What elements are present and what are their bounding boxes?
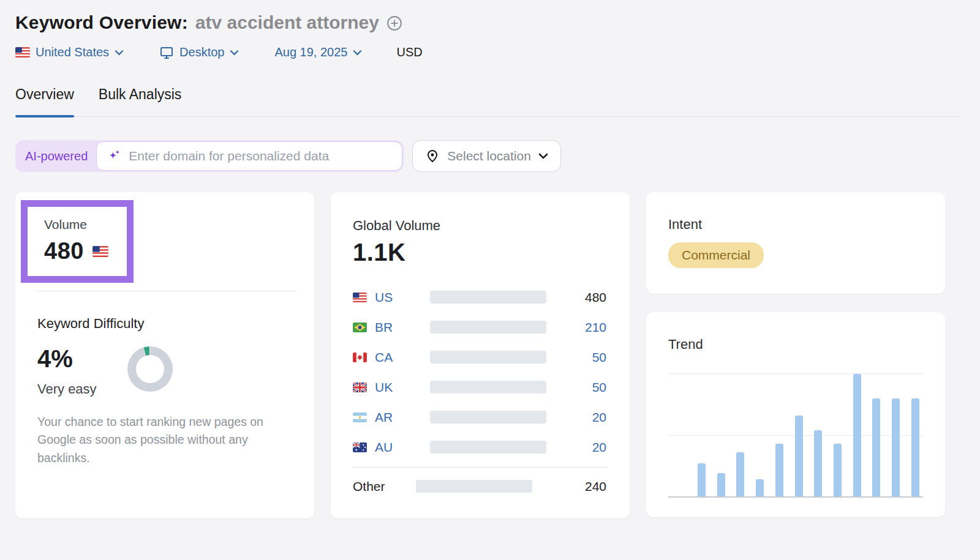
ar-flag-icon [353,413,367,422]
trend-bar [834,444,842,496]
domain-input[interactable] [129,149,392,163]
date-selector[interactable]: Aug 19, 2025 [274,45,362,59]
country-volume-row: US480 [353,282,608,312]
intent-card: Intent Commercial [646,192,945,294]
tab-overview[interactable]: Overview [15,86,74,116]
country-volume-value[interactable]: 50 [546,350,608,365]
country-volume-bar [430,381,546,394]
country-volume-bar [430,291,546,304]
country-volume-value[interactable]: 20 [546,440,608,455]
trend-chart [668,373,923,498]
date-selector-label: Aug 19, 2025 [274,45,347,59]
country-volume-bar [430,411,546,424]
chevron-down-icon [230,50,239,56]
other-volume-value: 240 [532,479,608,494]
trend-bar [911,398,919,496]
trend-bar [698,463,706,496]
intent-badge: Commercial [668,242,764,268]
kd-percent: 4% [37,345,97,373]
other-label: Other [353,479,389,494]
sparkle-icon [107,148,123,164]
select-location-label: Select location [447,149,531,163]
volume-card: Volume 480 Keyword Difficulty 4% Very ea… [15,192,314,518]
country-volume-row: CA50 [353,342,608,372]
currency-label: USD [396,45,422,59]
filter-row: United States Desktop Aug 19, 2025 USD [15,45,965,59]
add-keyword-icon[interactable] [386,15,402,31]
br-flag-icon [353,323,367,332]
country-code[interactable]: CA [375,350,403,365]
country-volume-value[interactable]: 50 [546,380,608,395]
kd-description: Your chance to start ranking new pages o… [37,413,295,467]
trend-bar [736,452,744,496]
us-flag-icon [353,293,367,302]
intent-label: Intent [668,217,923,233]
global-volume-label: Global Volume [353,218,608,234]
volume-label: Volume [44,217,108,232]
ai-personalization-bar: AI-powered Select location [15,140,965,172]
kd-level: Very easy [37,381,97,397]
country-code[interactable]: UK [375,380,403,395]
country-volume-list: US480BR210CA50UK50AR20AU20Other240 [353,282,608,501]
country-code[interactable]: BR [375,320,403,335]
tab-bulk-analysis[interactable]: Bulk Analysis [99,86,182,116]
keyword-text: atv accident attorney [195,12,379,33]
trend-bar [814,430,822,496]
global-volume-card: Global Volume 1.1K US480BR210CA50UK50AR2… [331,192,630,518]
country-volume-value[interactable]: 210 [546,320,608,335]
country-volume-bar [430,351,546,364]
ai-powered-badge: AI-powered [25,149,96,163]
divider [353,467,608,468]
country-code[interactable]: US [375,290,403,305]
volume-value: 480 [44,238,84,264]
country-volume-bar [430,321,546,334]
country-volume-row: UK50 [353,372,608,402]
country-selector[interactable]: United States [15,45,124,59]
other-volume-bar [416,480,532,493]
country-volume-bar [430,441,546,454]
trend-bar [775,444,783,496]
country-volume-row: AU20 [353,432,608,462]
trend-bars [668,374,923,496]
right-column: Intent Commercial Trend [646,192,945,518]
country-volume-row: AR20 [353,402,608,432]
keyword-overview-page: Keyword Overview: atv accident attorney … [0,0,965,518]
country-code[interactable]: AU [375,440,403,455]
trend-bar [853,374,861,496]
ai-powered-pill: AI-powered [15,140,404,172]
global-volume-total: 1.1K [353,239,608,266]
metric-cards: Volume 480 Keyword Difficulty 4% Very ea… [15,192,965,518]
country-selector-label: United States [36,45,109,59]
au-flag-icon [353,442,367,452]
trend-label: Trend [668,337,923,353]
keyword-difficulty-section: Keyword Difficulty 4% Very easy Your cha… [15,291,314,467]
device-selector-label: Desktop [179,45,224,59]
us-flag-icon [15,47,30,58]
page-header: Keyword Overview: atv accident attorney [15,12,965,33]
country-volume-row: BR210 [353,312,608,342]
domain-input-wrap [96,141,402,171]
country-volume-value[interactable]: 20 [546,410,608,425]
select-location-button[interactable]: Select location [412,140,561,172]
device-selector[interactable]: Desktop [159,45,239,59]
desktop-icon [159,46,174,59]
chevron-down-icon [115,50,124,56]
trend-card: Trend [646,312,945,517]
kd-donut-chart [127,346,173,392]
chevron-down-icon [353,50,362,56]
page-title: Keyword Overview: [15,12,188,33]
trend-bar [717,473,725,496]
volume-highlight-box: Volume 480 [21,200,134,283]
trend-bar [892,398,900,496]
keyword-difficulty-label: Keyword Difficulty [37,316,296,332]
country-code[interactable]: AR [375,410,403,425]
chevron-down-icon [538,153,548,159]
trend-bar [795,416,803,496]
other-volume-row: Other240 [353,471,608,501]
tab-bar: Overview Bulk Analysis [15,86,960,117]
trend-bar [756,479,764,496]
us-flag-icon [92,246,108,257]
trend-bar [872,398,880,496]
gb-flag-icon [353,383,367,392]
location-pin-icon [425,149,440,163]
